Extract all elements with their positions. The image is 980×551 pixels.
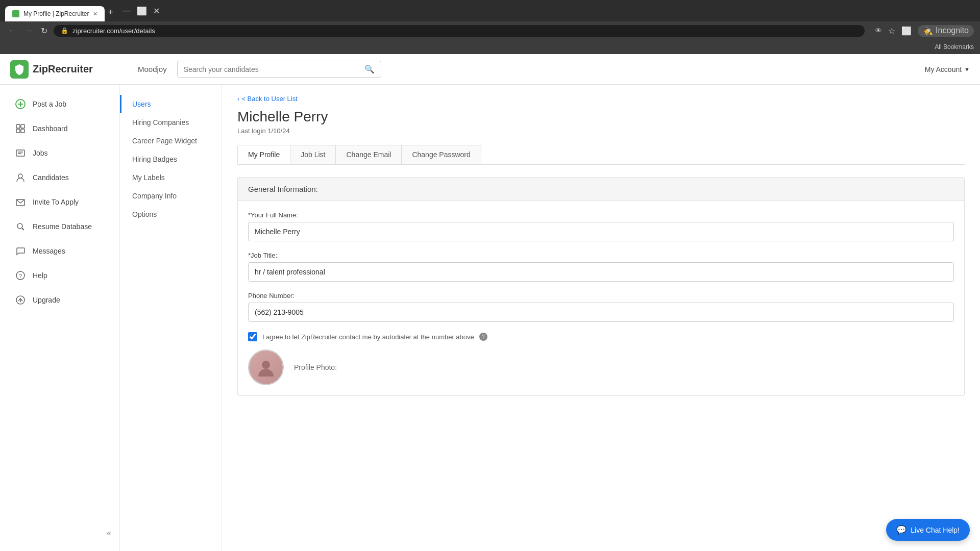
tab-my-profile[interactable]: My Profile: [237, 145, 290, 164]
tab-change-password[interactable]: Change Password: [401, 145, 481, 164]
app-header: ZipRecruiter Moodjoy 🔍 My Account ▼: [0, 54, 980, 85]
tab-favicon: [12, 10, 19, 17]
svg-rect-7: [16, 150, 24, 156]
sub-nav-item-hiring-companies[interactable]: Hiring Companies: [120, 113, 222, 132]
tab-change-email[interactable]: Change Email: [335, 145, 402, 164]
sidebar-item-help[interactable]: ? Help: [4, 264, 115, 287]
sidebar-item-label: Post a Job: [33, 100, 66, 108]
autodialer-help-icon[interactable]: ?: [479, 333, 487, 341]
sidebar-item-candidates[interactable]: Candidates: [4, 166, 115, 189]
sidebar: Post a Job Dashboard: [0, 85, 120, 551]
sidebar-item-post-a-job[interactable]: Post a Job: [4, 93, 115, 115]
help-icon: ?: [14, 269, 27, 282]
sidebar-item-resume-database[interactable]: Resume Database: [4, 215, 115, 238]
resume-database-icon: [14, 220, 27, 233]
bookmarks-bar: All Bookmarks: [0, 40, 980, 54]
sub-nav-item-my-labels[interactable]: My Labels: [120, 168, 222, 187]
active-tab[interactable]: My Profile | ZipRecruiter ✕: [5, 6, 105, 21]
svg-point-12: [17, 223, 22, 229]
live-chat-label: Live Chat Help!: [911, 526, 960, 534]
general-information-section: General Information: *Your Full Name: *J…: [237, 177, 965, 396]
autodialer-checkbox[interactable]: [248, 332, 257, 341]
maximize-button[interactable]: ⬜: [137, 6, 147, 16]
my-account-button[interactable]: My Account ▼: [925, 65, 970, 73]
search-icon: 🔍: [364, 64, 375, 74]
forward-button[interactable]: →: [22, 24, 35, 37]
back-to-user-list-link[interactable]: ‹ < Back to User List: [237, 95, 965, 103]
full-name-group: *Your Full Name:: [248, 211, 954, 241]
tab-job-list[interactable]: Job List: [290, 145, 336, 164]
invite-to-apply-icon: [14, 196, 27, 208]
svg-rect-6: [21, 129, 24, 133]
tab-close-button[interactable]: ✕: [93, 11, 97, 17]
sub-nav-item-hiring-badges[interactable]: Hiring Badges: [120, 150, 222, 168]
new-tab-button[interactable]: +: [108, 7, 113, 18]
last-login-text: Last login 1/10/24: [237, 127, 965, 135]
sidebar-item-label: Invite To Apply: [33, 198, 79, 206]
tab-title: My Profile | ZipRecruiter: [23, 10, 89, 17]
sidebar-item-label: Help: [33, 271, 47, 280]
phone-input[interactable]: [248, 303, 954, 322]
sidebar-item-upgrade[interactable]: Upgrade: [4, 289, 115, 311]
sidebar-item-messages[interactable]: Messages: [4, 240, 115, 262]
sidebar-item-dashboard[interactable]: Dashboard: [4, 117, 115, 140]
search-box: 🔍: [177, 61, 381, 78]
user-name-heading: Michelle Perry: [237, 109, 965, 125]
jobs-icon: [14, 147, 27, 159]
address-bar[interactable]: 🔒 ziprecruiter.com/user/details: [54, 25, 865, 37]
toolbar-icons: 👁 ☆ ⬜ 🕵 Incognito: [875, 25, 974, 37]
svg-rect-5: [16, 129, 20, 133]
minimize-button[interactable]: —: [122, 6, 131, 15]
svg-rect-3: [16, 124, 20, 128]
bookmark-star-icon[interactable]: ☆: [888, 26, 895, 36]
profile-photo-row: Profile Photo:: [248, 349, 954, 385]
profile-photo-label: Profile Photo:: [294, 363, 337, 371]
window-controls: — ⬜ ✕: [122, 6, 160, 16]
search-area: 🔍: [177, 61, 381, 78]
sidebar-item-label: Resume Database: [33, 222, 92, 231]
sidebar-item-label: Candidates: [33, 173, 69, 182]
content-area: Users Hiring Companies Career Page Widge…: [120, 85, 980, 551]
sub-nav-item-career-page-widget[interactable]: Career Page Widget: [120, 132, 222, 150]
full-name-label: *Your Full Name:: [248, 211, 954, 219]
back-link-text: < Back to User List: [241, 95, 297, 103]
profile-tabs: My Profile Job List Change Email Change …: [237, 145, 965, 165]
avatar: [248, 349, 284, 385]
sidebar-collapse-button[interactable]: «: [0, 523, 119, 543]
sub-nav-item-users[interactable]: Users: [120, 95, 222, 113]
app: ZipRecruiter Moodjoy 🔍 My Account ▼: [0, 54, 980, 551]
back-chevron-icon: ‹: [237, 95, 239, 103]
close-button[interactable]: ✕: [153, 6, 160, 16]
logo-icon: [10, 60, 29, 79]
svg-rect-4: [21, 124, 24, 128]
sidebar-toggle-icon[interactable]: ⬜: [901, 26, 912, 36]
live-chat-button[interactable]: 💬 Live Chat Help!: [886, 519, 970, 541]
back-button[interactable]: ←: [6, 24, 18, 37]
refresh-button[interactable]: ↻: [39, 24, 50, 38]
company-name: Moodjoy: [138, 65, 167, 73]
job-title-label: *Job Title:: [248, 252, 954, 259]
logo-text: ZipRecruiter: [33, 63, 93, 75]
sub-nav-item-company-info[interactable]: Company Info: [120, 187, 222, 205]
full-name-input[interactable]: [248, 222, 954, 241]
my-account-label: My Account: [925, 65, 962, 73]
job-title-input[interactable]: [248, 262, 954, 282]
post-a-job-icon: [14, 98, 27, 110]
bookmarks-label[interactable]: All Bookmarks: [935, 43, 974, 51]
sub-nav-item-options[interactable]: Options: [120, 205, 222, 223]
dashboard-icon: [14, 122, 27, 135]
sidebar-item-invite-to-apply[interactable]: Invite To Apply: [4, 191, 115, 213]
chat-icon: 💬: [896, 525, 906, 535]
eye-slash-icon: 👁: [875, 27, 882, 35]
section-header: General Information:: [237, 177, 965, 201]
autodialer-label: I agree to let ZipRecruiter contact me b…: [262, 333, 474, 341]
messages-icon: [14, 245, 27, 257]
search-input[interactable]: [184, 65, 360, 73]
collapse-icon: «: [107, 529, 111, 537]
lock-icon: 🔒: [61, 27, 68, 34]
phone-group: Phone Number:: [248, 292, 954, 322]
autodialer-row: I agree to let ZipRecruiter contact me b…: [248, 332, 954, 341]
url-display: ziprecruiter.com/user/details: [72, 27, 155, 35]
upgrade-icon: [14, 294, 27, 306]
sidebar-item-jobs[interactable]: Jobs: [4, 142, 115, 164]
